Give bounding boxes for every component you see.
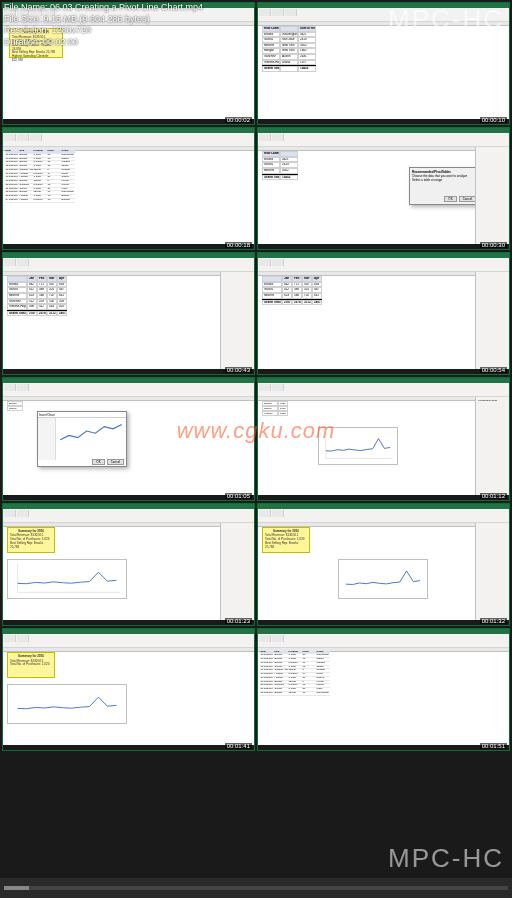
data-grid: DateRepProductUnitsClient 12-January-201… [5, 150, 75, 203]
thumbnail-6[interactable]: JanFebMarApr Brooks842711920833 Garcia41… [257, 252, 510, 375]
summary-note: Summary for 2016 Total Revenue: $130,911… [7, 652, 55, 678]
thumbnail-11[interactable]: Summary for 2016 Total Revenue: $130,911… [2, 628, 255, 751]
chart-preview-icon [58, 420, 124, 446]
thumbnail-9[interactable]: Summary for 2016 Total Revenue: $130,911… [2, 503, 255, 626]
thumbnail-4[interactable]: Row Labels Brooks3421 Garcia2419 Mitchel… [257, 127, 510, 250]
thumbnail-12[interactable]: DateRepProductUnitsClient 12-January-201… [257, 628, 510, 751]
ok-button[interactable]: OK [444, 196, 456, 202]
thumbnail-3[interactable]: DateRepProductUnitsClient 12-January-201… [2, 127, 255, 250]
pivot-table: Row LabelsSum of Revenue BrooksWashingto… [262, 26, 316, 72]
cancel-button[interactable]: Cancel [107, 459, 124, 465]
cancel-button[interactable]: Cancel [459, 196, 476, 202]
summary-note: Summary for 2016 Total Revenue: $130,911… [262, 527, 310, 553]
seek-bar[interactable] [4, 886, 508, 890]
file-info-overlay: File Name: 06 03 Creating a Pivot Line C… [4, 2, 203, 49]
pivot-fields-pane[interactable] [475, 147, 509, 244]
pivot-line-chart[interactable] [7, 684, 127, 724]
worksheet-area: Row LabelsSum of Revenue BrooksWashingto… [258, 22, 509, 119]
thumbnail-5[interactable]: JanFebMarApr Brooks842711920833 Garcia41… [2, 252, 255, 375]
pivot-crosstab: JanFebMarApr Brooks842711920833 Garcia41… [7, 276, 67, 316]
pivot-line-chart[interactable] [338, 559, 428, 599]
pivot-line-chart[interactable] [7, 559, 127, 599]
pivotchart-fields-pane[interactable] [475, 523, 509, 620]
recommended-pivot-dialog[interactable]: Recommended PivotTables Choose the data … [409, 167, 479, 205]
player-brand-bottom: MPC-HC [388, 843, 504, 874]
data-grid: DateRepProductUnitsClient 12-January-201… [260, 651, 330, 696]
windows-taskbar: 00:00:02 [3, 119, 254, 124]
pivot-fields-pane[interactable] [475, 272, 509, 369]
ok-button[interactable]: OK [92, 459, 104, 465]
pivotchart-fields-pane[interactable]: PivotChart Fields [475, 397, 509, 494]
pivot-crosstab: JanFebMarApr Brooks842711920833 Garcia41… [262, 276, 322, 305]
summary-note: Summary for 2016 Total Revenue: $130,911… [7, 527, 55, 553]
thumbnail-10[interactable]: Summary for 2016 Total Revenue: $130,911… [257, 503, 510, 626]
player-controls[interactable] [0, 878, 512, 898]
seek-progress [4, 886, 29, 890]
timestamp: 00:00:02 [225, 117, 252, 123]
player-brand-top: MPC-HC [388, 4, 504, 35]
pivot-fields-pane[interactable] [220, 272, 254, 369]
insert-chart-dialog[interactable]: Insert Chart OK Cancel [37, 411, 127, 467]
pivotchart-fields-pane[interactable] [220, 523, 254, 620]
watermark-text: www.cgku.com [177, 418, 336, 444]
pivot-table: Row Labels Brooks3421 Garcia2419 Mitchel… [262, 151, 298, 180]
